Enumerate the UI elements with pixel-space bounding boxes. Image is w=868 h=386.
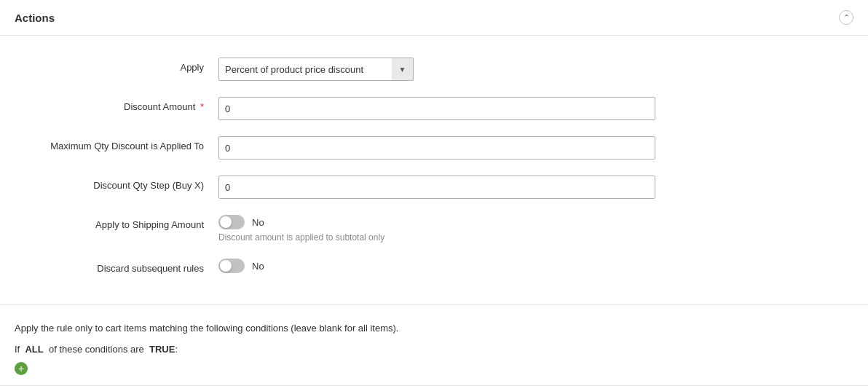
discount-amount-input[interactable] [218, 97, 655, 120]
discount-qty-step-control [218, 176, 655, 199]
max-qty-label: Maximum Qty Discount is Applied To [15, 136, 218, 151]
apply-select[interactable]: Percent of product price discount Fixed … [218, 58, 414, 81]
apply-shipping-label: Apply to Shipping Amount [15, 215, 218, 230]
discard-rules-row: Discard subsequent rules No [0, 251, 868, 281]
logic-prefix: If [15, 344, 20, 355]
discount-amount-control [218, 97, 655, 120]
apply-shipping-control: No Discount amount is applied to subtota… [218, 215, 655, 243]
logic-suffix: : [175, 344, 178, 355]
conditions-section: Apply the rule only to cart items matchi… [0, 312, 868, 385]
max-qty-row: Maximum Qty Discount is Applied To [0, 129, 868, 167]
add-condition-button[interactable]: + [15, 362, 28, 375]
apply-shipping-toggle-row: No [218, 215, 655, 229]
logic-all: ALL [25, 344, 43, 355]
discount-qty-step-input[interactable] [218, 176, 655, 199]
max-qty-input[interactable] [218, 136, 655, 159]
form-section: Apply Percent of product price discount … [0, 36, 868, 297]
discard-rules-toggle-label: No [252, 261, 264, 272]
discount-amount-label: Discount Amount * [15, 97, 218, 112]
apply-shipping-hint: Discount amount is applied to subtotal o… [218, 232, 655, 243]
section-title: Actions [15, 12, 55, 24]
discard-rules-toggle-row: No [218, 259, 655, 273]
discount-amount-row: Discount Amount * [0, 90, 868, 127]
logic-middle: of these conditions are [49, 344, 144, 355]
discount-qty-step-label: Discount Qty Step (Buy X) [15, 176, 218, 191]
discount-qty-step-row: Discount Qty Step (Buy X) [0, 168, 868, 206]
discard-rules-toggle[interactable] [218, 259, 245, 273]
apply-select-wrapper: Percent of product price discount Fixed … [218, 58, 414, 81]
apply-row: Apply Percent of product price discount … [0, 50, 868, 88]
required-marker: * [200, 101, 204, 112]
actions-section-header: Actions ⌃ [0, 0, 868, 36]
logic-true: TRUE [149, 344, 175, 355]
conditions-divider [0, 304, 868, 305]
conditions-logic: If ALL of these conditions are TRUE: [15, 344, 853, 355]
apply-shipping-toggle-label: No [252, 217, 264, 228]
apply-shipping-row: Apply to Shipping Amount No Discount amo… [0, 208, 868, 250]
max-qty-control [218, 136, 655, 159]
discard-rules-control: No [218, 259, 655, 273]
discard-rules-label: Discard subsequent rules [15, 259, 218, 274]
apply-label: Apply [15, 58, 218, 73]
collapse-button[interactable]: ⌃ [839, 10, 853, 25]
conditions-title: Apply the rule only to cart items matchi… [15, 323, 853, 334]
apply-control: Percent of product price discount Fixed … [218, 58, 655, 81]
apply-shipping-toggle[interactable] [218, 215, 245, 229]
collapse-icon: ⌃ [843, 13, 850, 23]
